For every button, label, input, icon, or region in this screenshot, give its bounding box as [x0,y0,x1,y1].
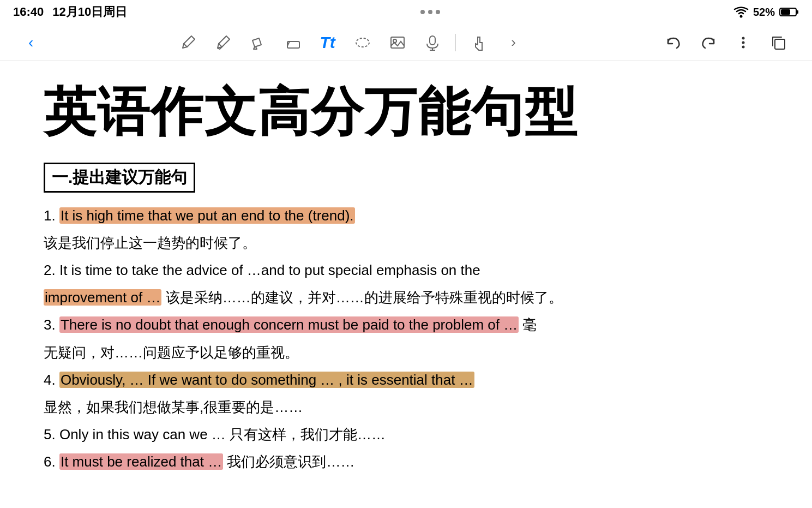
sentence-4-chinese-text: 显然，如果我们想做某事,很重要的是…… [44,399,303,415]
image-tool[interactable] [386,31,410,55]
sentence-4: 4. Obviously, … If we want to do somethi… [44,368,768,392]
sentence-2: 2. It is time to take the advice of …and… [44,258,768,282]
sentence-2-english-1: It is time to take the advice of …and to… [59,262,480,278]
sentence-6-chinese: 我们必须意识到…… [227,453,354,470]
sentence-6-english: It must be realized that … [59,453,223,470]
lasso-tool[interactable] [351,31,375,55]
sentence-5-english: Only in this way can we … [59,426,226,443]
sentence-5-num: 5. [44,426,59,443]
svg-rect-8 [430,36,435,45]
time-display: 16:40 [13,5,44,19]
marker-tool[interactable] [211,31,235,55]
svg-rect-3 [781,9,790,15]
section-header: 一.提出建议万能句 [44,163,195,193]
sentence-5: 5. Only in this way can we … 只有这样，我们才能…… [44,422,768,446]
sentence-1: 1. It is high time that we put an end to… [44,204,768,228]
sentence-2-line2: improvement of … 该是采纳……的建议，并对……的进展给予特殊重视… [44,285,768,309]
toolbar-divider [455,34,456,51]
eraser-tool[interactable] [281,31,305,55]
svg-point-12 [742,41,744,44]
sentence-2-highlight: improvement of … [44,289,161,306]
svg-point-13 [742,45,744,48]
status-right: 52% [733,6,799,19]
dot2 [428,10,432,14]
sentence-3-line2: 无疑问，对……问题应予以足够的重视。 [44,340,768,364]
toolbar: ‹ [0,24,812,61]
sentence-4-chinese: 显然，如果我们想做某事,很重要的是…… [44,395,768,419]
svg-point-5 [356,38,369,47]
sentence-1-chinese: 该是我们停止这一趋势的时候了。 [44,231,768,255]
svg-rect-2 [796,10,798,14]
text-tool[interactable]: Tt [316,31,340,55]
status-bar: 16:40 12月10日周日 52% [0,0,812,24]
toolbar-left: ‹ [22,32,40,53]
pencil-tool[interactable] [176,31,200,55]
more-tools-button[interactable]: › [502,31,526,55]
dot3 [436,10,440,14]
battery-percent: 52% [753,6,775,19]
content-area: 英语作文高分万能句型 一.提出建议万能句 1. It is high time … [0,61,812,499]
content-body: 1. It is high time that we put an end to… [44,204,768,474]
touch-tool[interactable] [467,31,491,55]
more-label: › [511,34,516,51]
duplicate-button[interactable] [766,31,790,55]
sentence-3-english: There is no doubt that enough concern mu… [59,316,519,333]
date-display: 12月10日周日 [52,4,127,20]
three-dots-center [420,10,440,14]
sentence-6-num: 6. [44,453,59,470]
sentence-6: 6. It must be realized that … 我们必须意识到…… [44,450,768,474]
wifi-icon [733,6,749,18]
sentence-3-overflow: 毫 [522,316,537,333]
sentence-2-num: 2. [44,262,59,278]
sentence-3-num: 3. [44,316,59,333]
toolbar-center: Tt [176,31,526,55]
sentence-4-num: 4. [44,372,59,388]
sentence-5-chinese: 只有这样，我们才能…… [230,426,386,443]
sentence-3: 3. There is no doubt that enough concern… [44,313,768,337]
main-title: 英语作文高分万能句型 [44,83,768,141]
toolbar-right [661,31,790,55]
redo-button[interactable] [696,31,720,55]
sentence-1-chinese-text: 该是我们停止这一趋势的时候了。 [44,235,256,251]
svg-rect-14 [775,39,785,49]
sentence-2-chinese: 该是采纳……的建议，并对……的进展给予特殊重视的时候了。 [166,289,563,306]
sentence-4-english: Obviously, … If we want to do something … [59,372,474,388]
svg-point-7 [393,39,396,43]
sentence-3-chinese: 无疑问，对……问题应予以足够的重视。 [44,344,299,361]
status-left: 16:40 12月10日周日 [13,4,127,20]
back-button[interactable]: ‹ [22,32,40,53]
undo-button[interactable] [661,31,685,55]
text-tool-label: Tt [320,33,335,52]
svg-point-0 [739,15,742,18]
highlighter-tool[interactable] [246,31,270,55]
battery-icon [779,7,799,17]
menu-button[interactable] [731,31,755,55]
sentence-1-english: It is high time that we put an end to th… [59,207,355,224]
sentence-1-num: 1. [44,207,59,224]
mic-tool[interactable] [420,31,444,55]
dot1 [420,10,425,14]
svg-point-11 [742,37,744,39]
